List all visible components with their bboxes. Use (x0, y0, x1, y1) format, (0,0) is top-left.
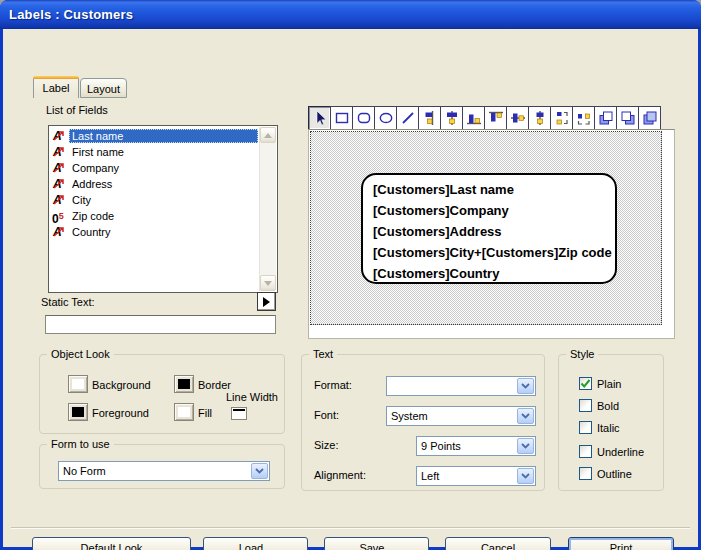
alpha-field-icon: A (52, 129, 67, 143)
tool-move-behind[interactable] (638, 106, 661, 130)
checkbox-italic[interactable] (579, 421, 592, 434)
fields-list-scrollbar[interactable] (259, 127, 276, 291)
text-group: Text Format: Font: System Size: 9 Points… (301, 354, 545, 491)
font-select[interactable]: System (386, 406, 536, 426)
field-item-label: City (69, 193, 258, 207)
form-select-value: No Form (59, 465, 250, 477)
form-to-use-group: Form to use No Form (39, 444, 285, 489)
label-design-canvas[interactable]: [Customers]Last name [Customers]Company … (310, 131, 662, 325)
object-look-group: Object Look Background Border Line Width… (39, 354, 285, 434)
save-button[interactable]: Save... (324, 537, 429, 550)
style-caption: Style (566, 348, 598, 360)
field-item-country[interactable]: A Country (50, 224, 258, 240)
border-color-well[interactable] (174, 375, 194, 393)
fill-color-well[interactable] (174, 403, 194, 421)
cancel-button[interactable]: Cancel (445, 537, 551, 550)
red-arrow-glyph (52, 129, 67, 143)
size-select-value: 9 Points (417, 440, 516, 452)
alignment-select[interactable]: Left (416, 466, 536, 486)
tool-bring-to-front[interactable] (594, 106, 617, 130)
format-select[interactable] (386, 376, 536, 396)
label-object[interactable]: [Customers]Last name [Customers]Company … (361, 173, 617, 284)
alignment-label: Alignment: (314, 469, 366, 481)
chevron-down-icon[interactable] (517, 378, 534, 394)
foreground-color-well[interactable] (68, 403, 88, 421)
static-text-input[interactable] (45, 315, 276, 334)
background-label: Background (92, 379, 151, 391)
scroll-up-icon[interactable] (260, 127, 276, 143)
tab-layout-text: Layout (87, 83, 120, 95)
default-look-button[interactable]: Default Look (32, 537, 191, 550)
tool-line[interactable] (396, 106, 419, 130)
alpha-field-icon: A (52, 225, 67, 239)
rounded-rectangle-icon (356, 110, 372, 126)
field-item-first-name[interactable]: A First name (50, 144, 258, 160)
border-label: Border (198, 379, 231, 391)
tool-align-left[interactable] (528, 106, 551, 130)
alignment-select-value: Left (417, 470, 516, 482)
tool-send-to-back[interactable] (616, 106, 639, 130)
tool-align-top[interactable] (484, 106, 507, 130)
italic-label: Italic (597, 422, 620, 434)
field-item-label: Address (69, 177, 258, 191)
tool-distribute-vertically[interactable] (550, 106, 573, 130)
field-item-zip-code[interactable]: 05 Zip code (50, 208, 258, 224)
insert-static-text-button[interactable] (257, 292, 276, 311)
plain-label: Plain (597, 378, 621, 390)
tool-rectangle[interactable] (330, 106, 353, 130)
send-to-back-icon (620, 110, 636, 126)
line-icon (400, 110, 416, 126)
rectangle-icon (334, 110, 350, 126)
tool-distribute-horizontally[interactable] (572, 106, 595, 130)
tool-select-pointer[interactable] (308, 106, 331, 130)
tab-label-text: Label (43, 82, 70, 94)
outline-label: Outline (597, 468, 632, 480)
font-select-value: System (387, 410, 516, 422)
print-button[interactable]: Print (568, 537, 674, 550)
move-behind-icon (642, 110, 658, 126)
field-item-company[interactable]: A Company (50, 160, 258, 176)
scroll-down-icon[interactable] (260, 275, 276, 291)
load-button[interactable]: Load... (203, 537, 308, 550)
tool-align-vertical-center[interactable] (506, 106, 529, 130)
size-select[interactable]: 9 Points (416, 436, 536, 456)
checkbox-plain[interactable] (579, 377, 592, 390)
chevron-down-icon[interactable] (517, 408, 534, 424)
checkbox-outline[interactable] (579, 467, 592, 480)
footer-divider (11, 527, 690, 529)
label-preview-panel: [Customers]Last name [Customers]Company … (308, 129, 675, 339)
window-title: Labels : Customers (0, 7, 133, 22)
line-width-selector[interactable] (231, 407, 247, 420)
align-bottom-icon (466, 110, 482, 126)
form-select[interactable]: No Form (58, 461, 270, 481)
dialog-body: Label Layout List of Fields A Last name … (3, 29, 698, 547)
field-item-label: First name (69, 145, 258, 159)
tab-layout[interactable]: Layout (80, 78, 127, 98)
tool-rounded-rectangle[interactable] (352, 106, 375, 130)
font-label: Font: (314, 409, 339, 421)
fields-listbox[interactable]: A Last name A First name A (48, 125, 278, 293)
size-label: Size: (314, 439, 338, 451)
format-label: Format: (314, 379, 352, 391)
tool-oval[interactable] (374, 106, 397, 130)
tool-align-horizontal-center[interactable] (440, 106, 463, 130)
chevron-down-icon[interactable] (517, 438, 534, 454)
underline-label: Underline (597, 446, 644, 458)
align-left-icon (532, 110, 548, 126)
chevron-down-icon[interactable] (517, 468, 534, 484)
field-item-last-name[interactable]: A Last name (50, 128, 258, 144)
align-horizontal-center-icon (444, 110, 460, 126)
tool-align-right[interactable] (418, 106, 441, 130)
chevron-down-icon[interactable] (251, 463, 268, 479)
label-field-line: [Customers]City+[Customers]Zip code (373, 242, 615, 263)
align-top-icon (488, 110, 504, 126)
field-item-address[interactable]: A Address (50, 176, 258, 192)
field-item-city[interactable]: A City (50, 192, 258, 208)
background-color-well[interactable] (68, 375, 88, 393)
tool-align-bottom[interactable] (462, 106, 485, 130)
tab-label[interactable]: Label (33, 76, 79, 98)
numeric-field-icon: 05 (52, 209, 67, 223)
title-bar: Labels : Customers (0, 0, 701, 29)
checkbox-bold[interactable] (579, 399, 592, 412)
checkbox-underline[interactable] (579, 445, 592, 458)
